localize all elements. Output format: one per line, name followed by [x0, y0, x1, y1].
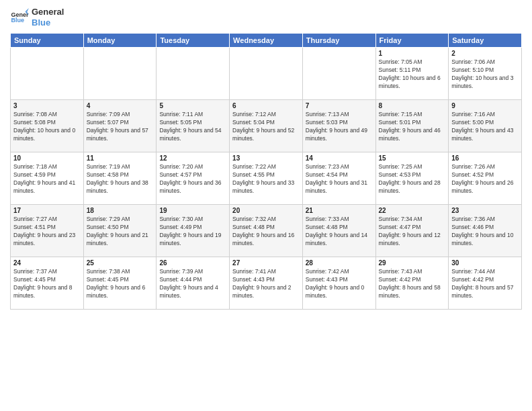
day-info: Sunrise: 7:27 AM Sunset: 4:51 PM Dayligh…: [13, 216, 81, 248]
day-info: Sunrise: 7:36 AM Sunset: 4:46 PM Dayligh…: [451, 216, 519, 248]
day-number: 16: [451, 154, 519, 162]
day-number: 21: [306, 207, 373, 214]
calendar-cell: [83, 48, 157, 100]
day-info: Sunrise: 7:33 AM Sunset: 4:48 PM Dayligh…: [306, 216, 373, 248]
day-number: 17: [13, 207, 81, 214]
logo-text: General Blue: [32, 7, 64, 28]
day-number: 30: [451, 259, 519, 267]
day-number: 15: [379, 154, 446, 162]
calendar-header-friday: Friday: [375, 34, 449, 48]
calendar-week-row: 17Sunrise: 7:27 AM Sunset: 4:51 PM Dayli…: [11, 205, 522, 257]
calendar-cell: 5Sunrise: 7:11 AM Sunset: 5:05 PM Daylig…: [157, 100, 230, 152]
day-number: 3: [13, 102, 81, 109]
calendar-cell: 9Sunrise: 7:16 AM Sunset: 5:00 PM Daylig…: [449, 100, 522, 152]
calendar-week-row: 10Sunrise: 7:18 AM Sunset: 4:59 PM Dayli…: [11, 152, 522, 205]
day-info: Sunrise: 7:34 AM Sunset: 4:47 PM Dayligh…: [379, 216, 446, 248]
logo-icon: General Blue: [10, 8, 29, 27]
day-info: Sunrise: 7:18 AM Sunset: 4:59 PM Dayligh…: [13, 163, 81, 195]
day-info: Sunrise: 7:32 AM Sunset: 4:48 PM Dayligh…: [232, 216, 300, 248]
day-number: 9: [451, 102, 519, 109]
calendar-cell: 15Sunrise: 7:25 AM Sunset: 4:53 PM Dayli…: [375, 152, 449, 205]
day-info: Sunrise: 7:06 AM Sunset: 5:10 PM Dayligh…: [451, 58, 519, 91]
day-number: 1: [379, 50, 446, 57]
calendar-cell: 17Sunrise: 7:27 AM Sunset: 4:51 PM Dayli…: [11, 205, 84, 257]
day-number: 14: [306, 154, 373, 162]
day-info: Sunrise: 7:41 AM Sunset: 4:43 PM Dayligh…: [232, 268, 300, 300]
day-number: 23: [451, 207, 519, 214]
calendar-cell: 14Sunrise: 7:23 AM Sunset: 4:54 PM Dayli…: [302, 152, 375, 205]
day-number: 22: [379, 207, 446, 214]
day-info: Sunrise: 7:25 AM Sunset: 4:53 PM Dayligh…: [379, 163, 446, 195]
calendar-week-row: 24Sunrise: 7:37 AM Sunset: 4:45 PM Dayli…: [11, 257, 522, 310]
calendar-cell: 21Sunrise: 7:33 AM Sunset: 4:48 PM Dayli…: [302, 205, 375, 257]
day-info: Sunrise: 7:23 AM Sunset: 4:54 PM Dayligh…: [306, 163, 373, 195]
calendar-cell: 13Sunrise: 7:22 AM Sunset: 4:55 PM Dayli…: [230, 152, 303, 205]
page-header: General Blue General Blue: [10, 7, 522, 28]
day-number: 12: [159, 154, 226, 162]
day-info: Sunrise: 7:11 AM Sunset: 5:05 PM Dayligh…: [159, 111, 226, 143]
calendar-cell: 12Sunrise: 7:20 AM Sunset: 4:57 PM Dayli…: [157, 152, 230, 205]
calendar-table: SundayMondayTuesdayWednesdayThursdayFrid…: [10, 33, 522, 310]
calendar-cell: 8Sunrise: 7:15 AM Sunset: 5:01 PM Daylig…: [375, 100, 449, 152]
day-number: 5: [159, 102, 226, 109]
logo: General Blue General Blue: [10, 7, 64, 28]
calendar-cell: 4Sunrise: 7:09 AM Sunset: 5:07 PM Daylig…: [83, 100, 157, 152]
calendar-cell: 20Sunrise: 7:32 AM Sunset: 4:48 PM Dayli…: [230, 205, 303, 257]
day-info: Sunrise: 7:05 AM Sunset: 5:11 PM Dayligh…: [379, 58, 446, 91]
calendar-cell: 25Sunrise: 7:38 AM Sunset: 4:45 PM Dayli…: [83, 257, 157, 310]
day-info: Sunrise: 7:13 AM Sunset: 5:03 PM Dayligh…: [306, 111, 373, 143]
day-info: Sunrise: 7:44 AM Sunset: 4:42 PM Dayligh…: [451, 268, 519, 300]
day-number: 27: [232, 259, 300, 267]
day-info: Sunrise: 7:26 AM Sunset: 4:52 PM Dayligh…: [451, 163, 519, 195]
day-info: Sunrise: 7:08 AM Sunset: 5:08 PM Dayligh…: [13, 111, 81, 143]
day-number: 10: [13, 154, 81, 162]
day-number: 26: [159, 259, 226, 267]
day-info: Sunrise: 7:39 AM Sunset: 4:44 PM Dayligh…: [159, 268, 226, 300]
day-number: 11: [87, 154, 154, 162]
calendar-cell: [230, 48, 303, 100]
calendar-cell: 2Sunrise: 7:06 AM Sunset: 5:10 PM Daylig…: [449, 48, 522, 100]
calendar-header-wednesday: Wednesday: [230, 34, 303, 48]
calendar-cell: 28Sunrise: 7:42 AM Sunset: 4:43 PM Dayli…: [302, 257, 375, 310]
calendar-header-tuesday: Tuesday: [157, 34, 230, 48]
calendar-header-monday: Monday: [83, 34, 157, 48]
day-number: 8: [379, 102, 446, 109]
day-number: 7: [306, 102, 373, 109]
day-number: 19: [159, 207, 226, 214]
calendar-cell: 19Sunrise: 7:30 AM Sunset: 4:49 PM Dayli…: [157, 205, 230, 257]
day-info: Sunrise: 7:38 AM Sunset: 4:45 PM Dayligh…: [87, 268, 154, 300]
day-number: 29: [379, 259, 446, 267]
calendar-header-sunday: Sunday: [11, 34, 84, 48]
day-info: Sunrise: 7:37 AM Sunset: 4:45 PM Dayligh…: [13, 268, 81, 300]
day-info: Sunrise: 7:15 AM Sunset: 5:01 PM Dayligh…: [379, 111, 446, 143]
calendar-week-row: 3Sunrise: 7:08 AM Sunset: 5:08 PM Daylig…: [11, 100, 522, 152]
calendar-cell: 24Sunrise: 7:37 AM Sunset: 4:45 PM Dayli…: [11, 257, 84, 310]
calendar-cell: 18Sunrise: 7:29 AM Sunset: 4:50 PM Dayli…: [83, 205, 157, 257]
day-info: Sunrise: 7:16 AM Sunset: 5:00 PM Dayligh…: [451, 111, 519, 143]
day-info: Sunrise: 7:43 AM Sunset: 4:42 PM Dayligh…: [379, 268, 446, 300]
calendar-cell: 10Sunrise: 7:18 AM Sunset: 4:59 PM Dayli…: [11, 152, 84, 205]
calendar-cell: 7Sunrise: 7:13 AM Sunset: 5:03 PM Daylig…: [302, 100, 375, 152]
calendar-cell: 3Sunrise: 7:08 AM Sunset: 5:08 PM Daylig…: [11, 100, 84, 152]
calendar-header-saturday: Saturday: [449, 34, 522, 48]
day-number: 24: [13, 259, 81, 267]
calendar-cell: 27Sunrise: 7:41 AM Sunset: 4:43 PM Dayli…: [230, 257, 303, 310]
calendar-cell: [157, 48, 230, 100]
day-info: Sunrise: 7:19 AM Sunset: 4:58 PM Dayligh…: [87, 163, 154, 195]
calendar-cell: [11, 48, 84, 100]
day-info: Sunrise: 7:30 AM Sunset: 4:49 PM Dayligh…: [159, 216, 226, 248]
calendar-header-row: SundayMondayTuesdayWednesdayThursdayFrid…: [11, 34, 522, 48]
calendar-cell: 23Sunrise: 7:36 AM Sunset: 4:46 PM Dayli…: [449, 205, 522, 257]
calendar-cell: 11Sunrise: 7:19 AM Sunset: 4:58 PM Dayli…: [83, 152, 157, 205]
day-number: 13: [232, 154, 300, 162]
day-number: 2: [451, 50, 519, 57]
day-number: 18: [87, 207, 154, 214]
calendar-cell: 22Sunrise: 7:34 AM Sunset: 4:47 PM Dayli…: [375, 205, 449, 257]
day-info: Sunrise: 7:20 AM Sunset: 4:57 PM Dayligh…: [159, 163, 226, 195]
calendar-cell: 29Sunrise: 7:43 AM Sunset: 4:42 PM Dayli…: [375, 257, 449, 310]
day-number: 28: [306, 259, 373, 267]
calendar-cell: 1Sunrise: 7:05 AM Sunset: 5:11 PM Daylig…: [375, 48, 449, 100]
svg-text:Blue: Blue: [11, 17, 24, 24]
calendar-cell: [302, 48, 375, 100]
calendar-cell: 26Sunrise: 7:39 AM Sunset: 4:44 PM Dayli…: [157, 257, 230, 310]
